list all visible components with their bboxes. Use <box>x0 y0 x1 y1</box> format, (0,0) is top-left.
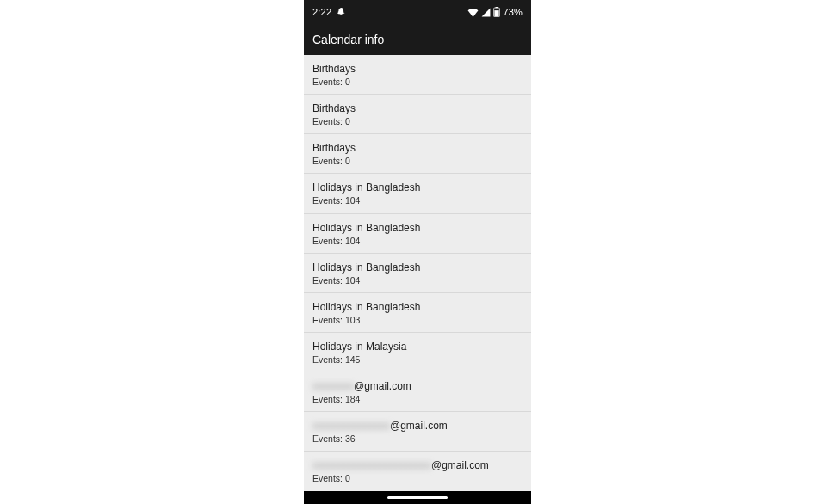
app-bar: Calendar info <box>304 24 531 55</box>
wifi-icon <box>467 8 479 17</box>
list-item[interactable]: xxxxxxxxxxxxxxx@gmail.comEvents: 36 <box>304 412 531 452</box>
calendar-name: Holidays in Bangladesh <box>312 301 420 314</box>
redacted-text: xxxxxxxxxxxxxxx <box>312 420 390 433</box>
cell-signal-icon <box>481 8 491 17</box>
calendar-event-count: Events: 184 <box>312 394 523 405</box>
calendar-name: xxxxxxxxxxxxxxx@gmail.com <box>312 420 448 433</box>
calendar-name: Holidays in Malaysia <box>312 341 406 353</box>
calendar-name: Birthdays <box>312 63 356 76</box>
list-item[interactable]: BirthdaysEvents: 0 <box>304 55 531 95</box>
calendar-event-count: Events: 0 <box>312 156 523 167</box>
list-item[interactable]: xxxxxxxxxxxxxxxxxxxxxxx@gmail.comEvents:… <box>304 452 531 490</box>
calendar-list[interactable]: BirthdaysEvents: 0BirthdaysEvents: 0Birt… <box>304 55 531 490</box>
calendar-event-count: Events: 0 <box>312 473 523 484</box>
calendar-name: xxxxxxxx@gmail.com <box>312 380 411 393</box>
calendar-event-count: Events: 104 <box>312 275 523 286</box>
list-item[interactable]: xxxxxxxx@gmail.comEvents: 184 <box>304 372 531 412</box>
battery-percentage: 73% <box>503 7 523 17</box>
calendar-name: xxxxxxxxxxxxxxxxxxxxxxx@gmail.com <box>312 459 489 472</box>
redacted-text: xxxxxxxxxxxxxxxxxxxxxxx <box>312 459 431 472</box>
list-item[interactable]: Holidays in BangladeshEvents: 104 <box>304 254 531 293</box>
calendar-event-count: Events: 0 <box>312 116 523 127</box>
calendar-event-count: Events: 36 <box>312 433 523 445</box>
list-item[interactable]: Holidays in BangladeshEvents: 103 <box>304 293 531 333</box>
calendar-event-count: Events: 145 <box>312 354 523 366</box>
nav-bar[interactable] <box>304 491 531 504</box>
status-time: 2:22 <box>312 7 331 17</box>
calendar-event-count: Events: 104 <box>312 195 523 206</box>
calendar-name: Holidays in Bangladesh <box>312 181 420 194</box>
calendar-name: Birthdays <box>312 142 356 155</box>
calendar-name: Birthdays <box>312 102 356 115</box>
list-item[interactable]: Holidays in BangladeshEvents: 104 <box>304 174 531 213</box>
calendar-event-count: Events: 104 <box>312 236 523 247</box>
calendar-name: Holidays in Bangladesh <box>312 222 420 235</box>
battery-icon <box>493 7 500 17</box>
redacted-text: xxxxxxxx <box>312 380 354 393</box>
calendar-event-count: Events: 103 <box>312 315 523 326</box>
list-item[interactable]: Holidays in BangladeshEvents: 104 <box>304 214 531 254</box>
list-item[interactable]: BirthdaysEvents: 0 <box>304 95 531 134</box>
phone-frame: 2:22 <box>304 0 531 504</box>
page-title: Calendar info <box>312 33 384 46</box>
calendar-name: Holidays in Bangladesh <box>312 261 420 274</box>
status-bar: 2:22 <box>304 0 531 24</box>
svg-rect-2 <box>495 10 499 16</box>
snapchat-icon <box>337 7 346 18</box>
home-indicator[interactable] <box>387 496 448 499</box>
list-item[interactable]: BirthdaysEvents: 0 <box>304 134 531 174</box>
list-item[interactable]: Holidays in MalaysiaEvents: 145 <box>304 333 531 372</box>
calendar-event-count: Events: 0 <box>312 77 523 88</box>
